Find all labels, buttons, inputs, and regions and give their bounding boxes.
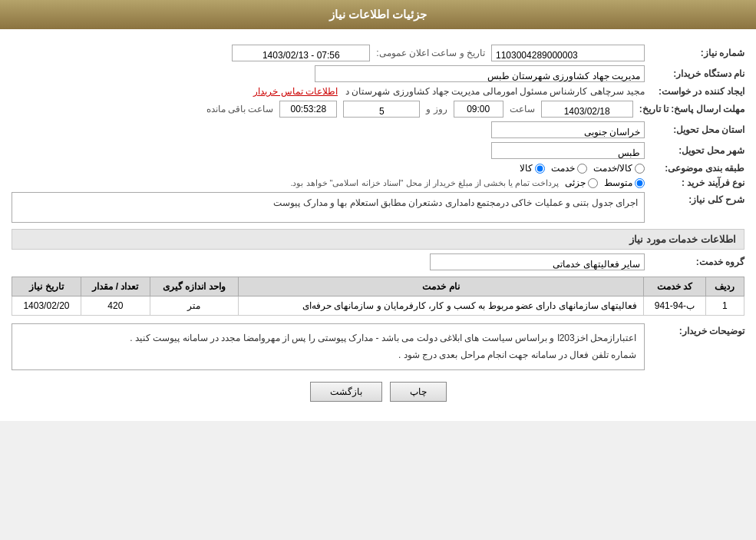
deadline-date: 1403/02/18: [541, 101, 633, 118]
deadline-label: مهلت ارسال پاسخ: تا تاریخ:: [633, 104, 744, 114]
category-option-kala-khedmat[interactable]: کالا/خدمت: [593, 163, 645, 174]
announce-time-label: تاریخ و ساعت اعلان عمومی:: [376, 48, 485, 58]
process-note: پرداخت تمام یا بخشی از مبلغ خریدار از مح…: [290, 178, 559, 188]
general-desc-label: شرح کلی نیاز:: [645, 192, 744, 205]
category-radio-kala-khedmat[interactable]: [635, 164, 645, 174]
category-label-kala: کالا: [520, 163, 533, 174]
process-label-motavasset: متوسط: [604, 177, 632, 188]
deadline-time: 09:00: [454, 101, 503, 118]
table-row: 1ب-94-941فعالیتهای سازمانهای دارای عضو م…: [12, 297, 744, 316]
service-group-value: سایر فعالیتهای خدماتی: [430, 253, 645, 270]
table-cell: 420: [81, 297, 150, 316]
process-radio-group: متوسط جزئی: [565, 177, 645, 188]
need-number-value: 1103004289000003: [491, 45, 645, 61]
buyer-notes-label: توضیحات خریدار:: [645, 323, 744, 336]
category-radio-khedmat[interactable]: [577, 164, 587, 174]
category-label-khedmat: خدمت: [551, 163, 575, 174]
services-section-title: اطلاعات خدمات مورد نیاز: [12, 229, 744, 250]
province-value: خراسان جنوبی: [491, 121, 645, 138]
col-header-date: تاریخ نیاز: [12, 277, 81, 297]
need-number-label: شماره نیاز:: [645, 48, 744, 58]
category-option-khedmat[interactable]: خدمت: [551, 163, 587, 174]
buyer-org-label: نام دستگاه خریدار:: [645, 68, 744, 79]
back-button[interactable]: بازگشت: [310, 382, 382, 402]
buyer-notes-line1: اعتبارازمحل اخز203ا و براساس سیاست های ا…: [130, 333, 636, 343]
col-header-code: کد خدمت: [643, 277, 705, 297]
category-radio-group: کالا/خدمت خدمت کالا: [12, 163, 645, 174]
process-radio-motavasset[interactable]: [635, 178, 645, 188]
announce-time-value: 1403/02/13 - 07:56: [232, 45, 370, 61]
service-group-label: گروه خدمت:: [645, 257, 744, 267]
col-header-qty: تعداد / مقدار: [81, 277, 150, 297]
col-header-unit: واحد اندازه گیری: [150, 277, 238, 297]
page-title: جزئیات اطلاعات نیاز: [0, 0, 756, 29]
button-row: چاپ بازگشت: [12, 382, 744, 402]
buyer-notes-line2: شماره تلفن فعال در سامانه جهت انجام مراح…: [398, 350, 636, 360]
city-label: شهر محل تحویل:: [645, 145, 744, 156]
buyer-notes-content: اعتبارازمحل اخز203ا و براساس سیاست های ا…: [12, 323, 645, 370]
col-header-name: نام خدمت: [238, 277, 643, 297]
process-label-jozi: جزئی: [565, 177, 586, 188]
general-desc-value: اجرای جدول بتنی و عملیات خاکی درمجتمع دا…: [12, 192, 645, 223]
process-label: نوع فرآیند خرید :: [645, 177, 744, 188]
remaining-time: 00:53:28: [279, 101, 337, 118]
deadline-days-label: روز و: [426, 104, 447, 114]
creator-value: مجید سرچاهی کارشناس مسئول امورمالی مدیری…: [345, 86, 645, 97]
process-option-jozi[interactable]: جزئی: [565, 177, 598, 188]
remaining-label: ساعت باقی مانده: [206, 104, 274, 114]
table-cell: ب-94-941: [643, 297, 705, 316]
buyer-org-value: مدیریت جهاد کشاورزی شهرستان طبس: [315, 65, 645, 82]
category-radio-kala[interactable]: [535, 164, 545, 174]
table-cell: 1: [705, 297, 744, 316]
category-label-kala-khedmat: کالا/خدمت: [593, 163, 632, 174]
creator-contact-link[interactable]: اطلاعات تماس خریدار: [253, 86, 338, 97]
col-header-row: ردیف: [705, 277, 744, 297]
province-label: استان محل تحویل:: [645, 124, 744, 135]
category-label: طبقه بندی موضوعی:: [645, 163, 744, 174]
table-cell: متر: [150, 297, 238, 316]
deadline-days: 5: [343, 101, 420, 118]
process-radio-jozi[interactable]: [588, 178, 598, 188]
table-cell: 1403/02/20: [12, 297, 81, 316]
category-option-kala[interactable]: کالا: [520, 163, 545, 174]
process-option-motavasset[interactable]: متوسط: [604, 177, 645, 188]
city-value: طبس: [491, 142, 645, 159]
services-table: ردیف کد خدمت نام خدمت واحد اندازه گیری ت…: [12, 277, 744, 316]
print-button[interactable]: چاپ: [390, 382, 447, 402]
deadline-time-label: ساعت: [510, 104, 535, 114]
table-cell: فعالیتهای سازمانهای دارای عضو مربوط به ک…: [238, 297, 643, 316]
creator-label: ایجاد کننده در خواست:: [645, 86, 744, 97]
